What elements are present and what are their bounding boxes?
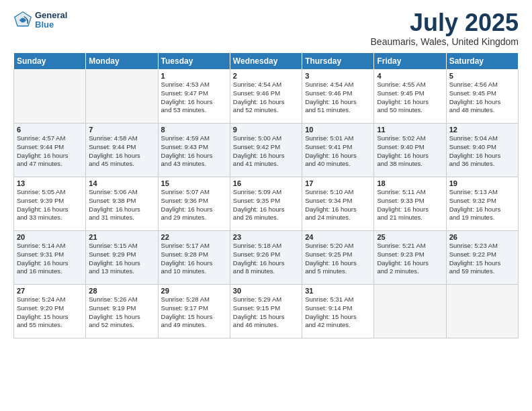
day-detail: Sunrise: 4:59 AM Sunset: 9:43 PM Dayligh…: [161, 134, 227, 169]
day-detail: Sunrise: 5:07 AM Sunset: 9:36 PM Dayligh…: [161, 188, 227, 222]
day-number: 16: [233, 179, 299, 187]
calendar-cell: 16Sunrise: 5:09 AM Sunset: 9:35 PM Dayli…: [230, 177, 302, 231]
day-number: 26: [449, 233, 515, 241]
calendar-cell: [374, 285, 446, 338]
day-detail: Sunrise: 5:26 AM Sunset: 9:19 PM Dayligh…: [89, 295, 154, 330]
day-detail: Sunrise: 5:21 AM Sunset: 9:23 PM Dayligh…: [377, 242, 443, 276]
day-detail: Sunrise: 4:58 AM Sunset: 9:44 PM Dayligh…: [89, 134, 154, 169]
day-detail: Sunrise: 5:02 AM Sunset: 9:40 PM Dayligh…: [377, 134, 443, 169]
day-detail: Sunrise: 5:00 AM Sunset: 9:42 PM Dayligh…: [233, 134, 299, 169]
day-detail: Sunrise: 4:57 AM Sunset: 9:44 PM Dayligh…: [17, 134, 83, 169]
calendar-day-header: Thursday: [302, 53, 374, 70]
day-number: 2: [233, 72, 299, 80]
calendar-day-header: Tuesday: [158, 53, 230, 70]
calendar-cell: 27Sunrise: 5:24 AM Sunset: 9:20 PM Dayli…: [14, 285, 86, 338]
day-detail: Sunrise: 5:24 AM Sunset: 9:20 PM Dayligh…: [17, 295, 83, 330]
calendar-cell: 4Sunrise: 4:55 AM Sunset: 9:45 PM Daylig…: [374, 70, 446, 124]
day-number: 13: [17, 179, 83, 187]
calendar-cell: [14, 70, 86, 124]
day-number: 5: [449, 72, 515, 80]
calendar-week-row: 27Sunrise: 5:24 AM Sunset: 9:20 PM Dayli…: [14, 285, 519, 338]
calendar-table: SundayMondayTuesdayWednesdayThursdayFrid…: [13, 52, 519, 338]
calendar-day-header: Wednesday: [230, 53, 302, 70]
day-number: 25: [377, 233, 443, 241]
calendar-cell: 5Sunrise: 4:56 AM Sunset: 9:45 PM Daylig…: [446, 70, 518, 124]
day-detail: Sunrise: 4:56 AM Sunset: 9:45 PM Dayligh…: [449, 81, 515, 115]
day-detail: Sunrise: 5:11 AM Sunset: 9:33 PM Dayligh…: [377, 188, 443, 222]
day-number: 22: [161, 233, 227, 241]
day-detail: Sunrise: 5:23 AM Sunset: 9:22 PM Dayligh…: [449, 242, 515, 276]
calendar-week-row: 13Sunrise: 5:05 AM Sunset: 9:39 PM Dayli…: [14, 177, 519, 231]
calendar-header-row: SundayMondayTuesdayWednesdayThursdayFrid…: [14, 53, 519, 70]
day-detail: Sunrise: 5:10 AM Sunset: 9:34 PM Dayligh…: [305, 188, 371, 222]
title-block: July 2025 Beaumaris, Wales, United Kingd…: [371, 11, 519, 47]
day-detail: Sunrise: 5:05 AM Sunset: 9:39 PM Dayligh…: [17, 188, 83, 222]
day-number: 21: [89, 233, 154, 241]
calendar-cell: 8Sunrise: 4:59 AM Sunset: 9:43 PM Daylig…: [158, 124, 230, 177]
calendar-cell: 10Sunrise: 5:01 AM Sunset: 9:41 PM Dayli…: [302, 124, 374, 177]
day-number: 19: [449, 179, 515, 187]
calendar-cell: 31Sunrise: 5:31 AM Sunset: 9:14 PM Dayli…: [302, 285, 374, 338]
day-detail: Sunrise: 5:20 AM Sunset: 9:25 PM Dayligh…: [305, 242, 371, 276]
day-detail: Sunrise: 5:31 AM Sunset: 9:14 PM Dayligh…: [305, 295, 371, 330]
calendar-cell: 9Sunrise: 5:00 AM Sunset: 9:42 PM Daylig…: [230, 124, 302, 177]
day-number: 11: [377, 126, 443, 134]
day-number: 3: [305, 72, 371, 80]
calendar-day-header: Sunday: [14, 53, 86, 70]
day-number: 12: [449, 126, 515, 134]
calendar-week-row: 6Sunrise: 4:57 AM Sunset: 9:44 PM Daylig…: [14, 124, 519, 177]
calendar-cell: 20Sunrise: 5:14 AM Sunset: 9:31 PM Dayli…: [14, 231, 86, 285]
day-detail: Sunrise: 4:54 AM Sunset: 9:46 PM Dayligh…: [305, 81, 371, 115]
day-number: 6: [17, 126, 83, 134]
calendar-week-row: 1Sunrise: 4:53 AM Sunset: 9:47 PM Daylig…: [14, 70, 519, 124]
calendar-day-header: Saturday: [446, 53, 518, 70]
calendar-cell: 25Sunrise: 5:21 AM Sunset: 9:23 PM Dayli…: [374, 231, 446, 285]
day-number: 4: [377, 72, 443, 80]
calendar-cell: 15Sunrise: 5:07 AM Sunset: 9:36 PM Dayli…: [158, 177, 230, 231]
logo-blue: Blue: [35, 20, 67, 30]
calendar-day-header: Friday: [374, 53, 446, 70]
calendar-cell: 12Sunrise: 5:04 AM Sunset: 9:40 PM Dayli…: [446, 124, 518, 177]
calendar-cell: 3Sunrise: 4:54 AM Sunset: 9:46 PM Daylig…: [302, 70, 374, 124]
calendar-cell: 17Sunrise: 5:10 AM Sunset: 9:34 PM Dayli…: [302, 177, 374, 231]
day-number: 8: [161, 126, 227, 134]
day-detail: Sunrise: 5:09 AM Sunset: 9:35 PM Dayligh…: [233, 188, 299, 222]
calendar-cell: 23Sunrise: 5:18 AM Sunset: 9:26 PM Dayli…: [230, 231, 302, 285]
header: General Blue July 2025 Beaumaris, Wales,…: [13, 11, 519, 47]
month-title: July 2025: [371, 11, 519, 35]
day-detail: Sunrise: 5:13 AM Sunset: 9:32 PM Dayligh…: [449, 188, 515, 222]
calendar-cell: 26Sunrise: 5:23 AM Sunset: 9:22 PM Dayli…: [446, 231, 518, 285]
calendar-cell: 11Sunrise: 5:02 AM Sunset: 9:40 PM Dayli…: [374, 124, 446, 177]
day-number: 24: [305, 233, 371, 241]
calendar-day-header: Monday: [86, 53, 158, 70]
calendar-cell: 21Sunrise: 5:15 AM Sunset: 9:29 PM Dayli…: [86, 231, 158, 285]
location: Beaumaris, Wales, United Kingdom: [371, 36, 519, 47]
day-detail: Sunrise: 5:01 AM Sunset: 9:41 PM Dayligh…: [305, 134, 371, 169]
day-number: 30: [233, 287, 299, 295]
day-number: 23: [233, 233, 299, 241]
day-number: 10: [305, 126, 371, 134]
day-number: 27: [17, 287, 83, 295]
calendar-cell: 1Sunrise: 4:53 AM Sunset: 9:47 PM Daylig…: [158, 70, 230, 124]
day-number: 7: [89, 126, 154, 134]
day-detail: Sunrise: 4:54 AM Sunset: 9:46 PM Dayligh…: [233, 81, 299, 115]
day-detail: Sunrise: 5:14 AM Sunset: 9:31 PM Dayligh…: [17, 242, 83, 276]
day-detail: Sunrise: 5:06 AM Sunset: 9:38 PM Dayligh…: [89, 188, 154, 222]
calendar-cell: 6Sunrise: 4:57 AM Sunset: 9:44 PM Daylig…: [14, 124, 86, 177]
day-number: 29: [161, 287, 227, 295]
calendar-cell: 18Sunrise: 5:11 AM Sunset: 9:33 PM Dayli…: [374, 177, 446, 231]
calendar-cell: 19Sunrise: 5:13 AM Sunset: 9:32 PM Dayli…: [446, 177, 518, 231]
day-detail: Sunrise: 4:55 AM Sunset: 9:45 PM Dayligh…: [377, 81, 443, 115]
day-detail: Sunrise: 5:15 AM Sunset: 9:29 PM Dayligh…: [89, 242, 154, 276]
calendar-cell: 13Sunrise: 5:05 AM Sunset: 9:39 PM Dayli…: [14, 177, 86, 231]
calendar-cell: 7Sunrise: 4:58 AM Sunset: 9:44 PM Daylig…: [86, 124, 158, 177]
calendar-cell: 29Sunrise: 5:28 AM Sunset: 9:17 PM Dayli…: [158, 285, 230, 338]
logo: General Blue: [13, 11, 67, 30]
day-number: 1: [161, 72, 227, 80]
day-number: 31: [305, 287, 371, 295]
logo-general: General: [35, 11, 67, 20]
day-number: 17: [305, 179, 371, 187]
page: General Blue July 2025 Beaumaris, Wales,…: [0, 0, 532, 411]
day-number: 9: [233, 126, 299, 134]
calendar-cell: 24Sunrise: 5:20 AM Sunset: 9:25 PM Dayli…: [302, 231, 374, 285]
